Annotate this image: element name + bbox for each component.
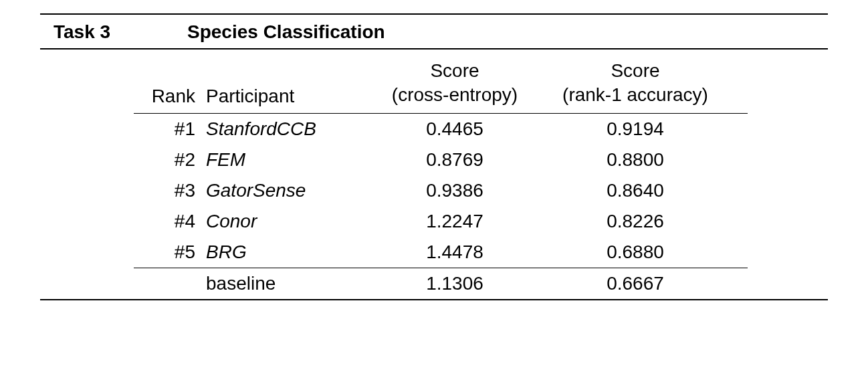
participant-cell: BRG — [201, 241, 368, 263]
task-title: Species Classification — [187, 21, 385, 43]
participant-cell: baseline — [201, 273, 368, 294]
header-row: Rank Participant Score (cross-entropy) S… — [134, 50, 748, 114]
header-score1-bottom: (cross-entropy) — [392, 83, 518, 107]
participant-cell: StanfordCCB — [201, 118, 368, 140]
rank1-accuracy-cell: 0.8640 — [542, 180, 729, 201]
header-rank: Rank — [134, 59, 201, 107]
rank1-accuracy-cell: 0.6880 — [542, 241, 729, 263]
participant-cell: Conor — [201, 211, 368, 232]
title-row: Task 3 Species Classification — [40, 15, 828, 50]
table-row: #5 BRG 1.4478 0.6880 — [134, 237, 748, 268]
cross-entropy-cell: 1.1306 — [368, 273, 542, 294]
header-score2-bottom: (rank-1 accuracy) — [562, 83, 708, 107]
participant-cell: GatorSense — [201, 180, 368, 201]
table-row: #4 Conor 1.2247 0.8226 — [134, 206, 748, 237]
participant-cell: FEM — [201, 149, 368, 171]
table-row: #1 StanfordCCB 0.4465 0.9194 — [134, 114, 748, 144]
rank-cell — [134, 273, 201, 294]
cross-entropy-cell: 0.4465 — [368, 118, 542, 140]
task-label: Task 3 — [53, 21, 187, 43]
cross-entropy-cell: 0.8769 — [368, 149, 542, 171]
header-score-cross-entropy: Score (cross-entropy) — [368, 59, 542, 108]
bottom-rule — [40, 299, 828, 300]
rank1-accuracy-cell: 0.6667 — [542, 273, 729, 294]
table-row: #3 GatorSense 0.9386 0.8640 — [134, 175, 748, 206]
baseline-row: baseline 1.1306 0.6667 — [134, 268, 748, 299]
cross-entropy-cell: 0.9386 — [368, 180, 542, 201]
rank1-accuracy-cell: 0.9194 — [542, 118, 729, 140]
header-score1-top: Score — [430, 59, 479, 83]
table-row: #2 FEM 0.8769 0.8800 — [134, 144, 748, 175]
rank1-accuracy-cell: 0.8800 — [542, 149, 729, 171]
rank-cell: #5 — [134, 241, 201, 263]
cross-entropy-cell: 1.2247 — [368, 211, 542, 232]
rank1-accuracy-cell: 0.8226 — [542, 211, 729, 232]
header-score-rank1-accuracy: Score (rank-1 accuracy) — [542, 59, 729, 108]
rank-cell: #3 — [134, 180, 201, 201]
rank-cell: #1 — [134, 118, 201, 140]
results-table: Task 3 Species Classification Rank Parti… — [40, 13, 828, 300]
header-participant: Participant — [201, 59, 368, 107]
rank-cell: #2 — [134, 149, 201, 171]
header-score2-top: Score — [611, 59, 659, 83]
rank-cell: #4 — [134, 211, 201, 232]
cross-entropy-cell: 1.4478 — [368, 241, 542, 263]
